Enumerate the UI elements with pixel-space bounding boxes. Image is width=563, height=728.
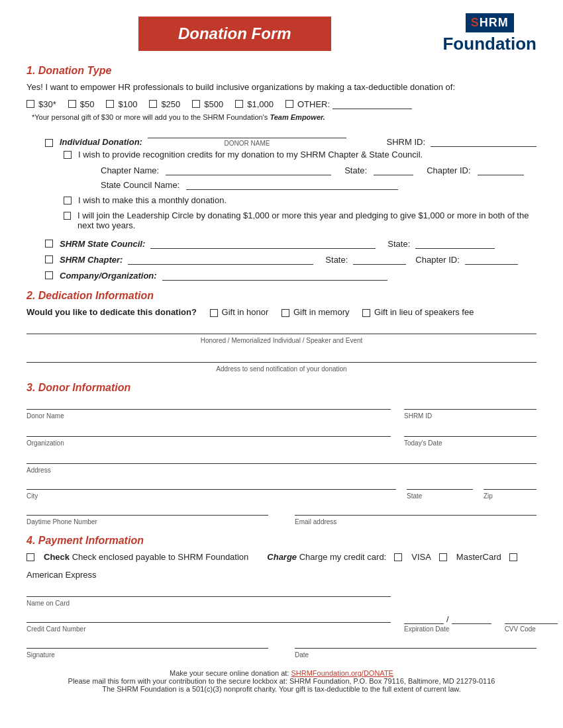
state-council-type-row: SHRM State Council: State: bbox=[45, 238, 537, 249]
payment-card-row: Name on Card bbox=[26, 586, 537, 607]
state-council-type-input[interactable] bbox=[150, 238, 376, 249]
amount-30-checkbox[interactable] bbox=[26, 100, 34, 108]
charge-label: Charge Charge my credit card: bbox=[267, 552, 386, 562]
footer-online-link[interactable]: SHRMFoundation.org/DONATE bbox=[291, 669, 393, 677]
shrm-chapter-block: SHRM Chapter: State: Chapter ID: bbox=[45, 254, 537, 265]
organization-field[interactable] bbox=[26, 426, 391, 437]
amount-250: $250 bbox=[149, 99, 180, 109]
shrm-id-input[interactable] bbox=[431, 136, 537, 147]
amount-250-checkbox[interactable] bbox=[149, 100, 157, 108]
footer-nonprofit: The SHRM Foundation is a 501(c)(3) nonpr… bbox=[26, 685, 537, 693]
section1-title: 1. Donation Type bbox=[26, 65, 537, 77]
signature-field[interactable] bbox=[26, 638, 268, 649]
amount-100-checkbox[interactable] bbox=[106, 100, 114, 108]
city-field-label: City bbox=[26, 492, 396, 500]
dedication-options-row: Would you like to dedicate this donation… bbox=[26, 307, 537, 317]
recognition-checkbox[interactable] bbox=[64, 151, 72, 159]
amount-30: $30* bbox=[26, 99, 56, 109]
todays-date-field[interactable] bbox=[404, 426, 537, 437]
city-field-block: City bbox=[26, 479, 396, 500]
notification-address-input[interactable] bbox=[26, 352, 537, 363]
amount-50-label: $50 bbox=[80, 99, 95, 109]
gift-memory-label: Gift in memory bbox=[293, 307, 350, 317]
chapter-id-input[interactable] bbox=[478, 165, 524, 175]
state-council-name-label: State Council Name: bbox=[101, 180, 179, 190]
shrm-chapter-type-checkbox[interactable] bbox=[45, 255, 53, 263]
visa-checkbox[interactable] bbox=[394, 553, 402, 561]
monthly-checkbox[interactable] bbox=[64, 197, 72, 205]
email-field[interactable] bbox=[295, 505, 537, 516]
chapter-name-label: Chapter Name: bbox=[101, 165, 159, 175]
state-council-name-input[interactable] bbox=[186, 179, 398, 190]
section1-intro: Yes! I want to empower HR professionals … bbox=[26, 82, 537, 92]
shrm-chapter-state-input[interactable] bbox=[353, 254, 406, 265]
expiry-month-field[interactable] bbox=[404, 614, 444, 624]
honored-individual-label: Honored / Memorialized Individual / Spea… bbox=[26, 337, 537, 344]
phone-field-label: Daytime Phone Number bbox=[26, 518, 268, 525]
expiry-cvv-block: / Expiration Date CVV Code bbox=[404, 612, 537, 633]
credit-card-label: Credit Card Number bbox=[26, 625, 391, 633]
cvv-block: CVV Code bbox=[505, 614, 558, 633]
recognition-text: I wish to provide recognition credits fo… bbox=[78, 150, 423, 159]
notification-address-label: Address to send notification of your don… bbox=[26, 365, 537, 373]
cvv-field[interactable] bbox=[505, 614, 558, 624]
gift-memory-checkbox[interactable] bbox=[282, 309, 289, 317]
city-field[interactable] bbox=[26, 479, 396, 490]
credit-card-block: Credit Card Number bbox=[26, 612, 391, 633]
state-council-type-checkbox[interactable] bbox=[45, 240, 53, 248]
shrm-id-field[interactable] bbox=[404, 399, 537, 410]
sig-date-field[interactable] bbox=[295, 638, 537, 649]
amount-1000-checkbox[interactable] bbox=[235, 100, 243, 108]
amount-1000: $1,000 bbox=[235, 99, 274, 109]
expiry-year-field[interactable] bbox=[452, 614, 491, 624]
amount-options-row: $30* $50 $100 $250 $500 $1,000 OTHER: bbox=[26, 99, 537, 109]
shrm-chapter-id-input[interactable] bbox=[465, 254, 518, 265]
amount-500-checkbox[interactable] bbox=[192, 100, 200, 108]
donor-name-sublabel: DONOR NAME bbox=[148, 140, 346, 147]
expiry-label: Expiration Date bbox=[404, 625, 491, 633]
amount-500: $500 bbox=[192, 99, 223, 109]
individual-checkbox[interactable] bbox=[45, 139, 53, 147]
amount-50-checkbox[interactable] bbox=[68, 100, 76, 108]
leadership-checkbox[interactable] bbox=[64, 212, 71, 220]
name-on-card-label: Name on Card bbox=[26, 600, 391, 607]
gift-memory-option: Gift in memory bbox=[282, 307, 349, 317]
sig-date-label: Date bbox=[295, 651, 537, 659]
amount-other: OTHER: bbox=[285, 99, 412, 109]
chapter-row: Chapter Name: State: Chapter ID: bbox=[101, 165, 537, 175]
amex-checkbox[interactable] bbox=[509, 553, 517, 561]
chapter-name-input[interactable] bbox=[166, 165, 331, 175]
leadership-row: I will join the Leadership Circle by don… bbox=[64, 210, 537, 230]
individual-donation-input[interactable] bbox=[148, 128, 346, 138]
state-input[interactable] bbox=[374, 165, 413, 175]
dedication-question: Would you like to dedicate this donation… bbox=[26, 307, 197, 317]
gift-speakers-checkbox[interactable] bbox=[362, 309, 370, 317]
shrm-chapter-type-input[interactable] bbox=[128, 254, 313, 265]
donor-name-field[interactable] bbox=[26, 399, 391, 410]
section3-title: 3. Donor Information bbox=[26, 382, 537, 394]
sig-date-block: Date bbox=[295, 638, 537, 659]
address-field[interactable] bbox=[26, 453, 537, 464]
amount-other-checkbox[interactable] bbox=[285, 100, 293, 108]
state-label: State: bbox=[344, 165, 367, 175]
donor-name-field-label: Donor Name bbox=[26, 412, 391, 420]
gift-honor-checkbox[interactable] bbox=[210, 309, 218, 317]
name-on-card-field[interactable] bbox=[26, 586, 391, 597]
phone-field[interactable] bbox=[26, 505, 268, 516]
state-council-state-input[interactable] bbox=[415, 238, 495, 249]
individual-label: Individual Donation: bbox=[60, 137, 142, 147]
credit-card-field[interactable] bbox=[26, 612, 391, 623]
amount-100: $100 bbox=[106, 99, 137, 109]
company-type-checkbox[interactable] bbox=[45, 271, 53, 279]
company-type-input[interactable] bbox=[162, 270, 387, 281]
mastercard-checkbox[interactable] bbox=[439, 553, 447, 561]
amount-other-input[interactable] bbox=[333, 99, 412, 109]
amount-30-label: $30* bbox=[38, 99, 56, 109]
check-payment-checkbox[interactable] bbox=[26, 553, 34, 561]
signature-block: Signature bbox=[26, 638, 268, 659]
gift-speakers-option: Gift in lieu of speakers fee bbox=[362, 307, 474, 317]
state-field[interactable] bbox=[407, 479, 473, 490]
zip-field[interactable] bbox=[484, 479, 537, 490]
section-donor-info: 3. Donor Information Donor Name SHRM ID … bbox=[26, 382, 537, 525]
honored-individual-input[interactable] bbox=[26, 324, 537, 334]
